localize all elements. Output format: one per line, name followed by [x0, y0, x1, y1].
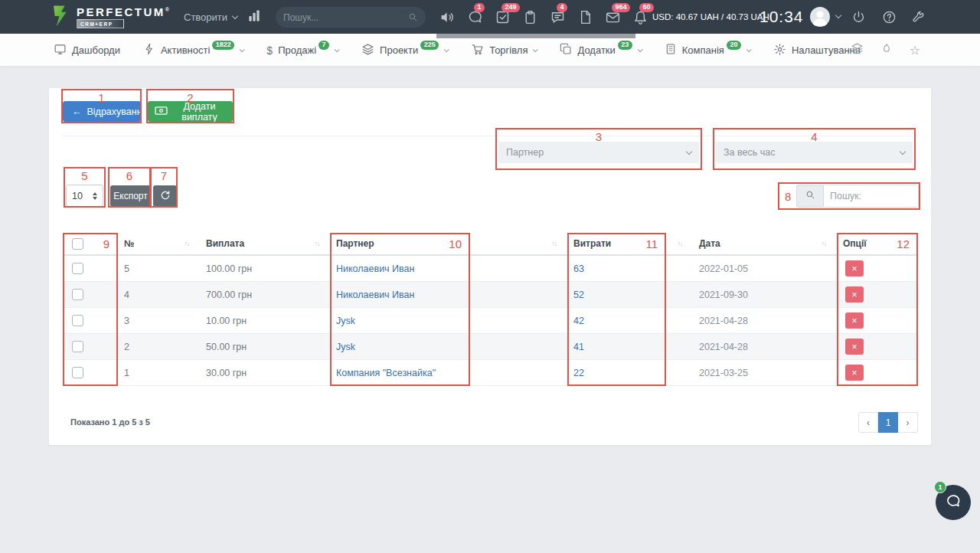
page-1-button[interactable]: 1 — [878, 412, 898, 433]
mail-icon[interactable]: 964 — [605, 9, 621, 25]
bell-icon[interactable]: 60 — [632, 9, 648, 25]
cell-payment: 100.00 грн — [200, 256, 330, 281]
power-icon[interactable] — [851, 10, 866, 25]
main-navbar: Дашборди Активності 1822 $ Продажі 7 Про… — [0, 34, 980, 67]
delete-button[interactable]: × — [845, 339, 864, 355]
expenses-link[interactable]: 41 — [573, 342, 584, 352]
nav-item-projects[interactable]: Проекти 225 — [361, 43, 448, 58]
cell-num: 2 — [118, 334, 200, 359]
partner-filter-select[interactable]: Партнер — [498, 142, 699, 163]
avatar[interactable] — [810, 7, 830, 27]
delete-button[interactable]: × — [845, 260, 864, 276]
section-divider — [63, 136, 917, 136]
fire-icon[interactable] — [880, 42, 893, 58]
cell-date: 2021-04-28 — [693, 334, 837, 359]
cell-num: 4 — [118, 282, 200, 307]
row-checkbox[interactable] — [72, 341, 83, 352]
table-search — [796, 185, 919, 208]
col-header-payment[interactable]: Виплата — [206, 238, 244, 249]
expenses-link[interactable]: 22 — [573, 368, 584, 378]
create-menu[interactable]: Створити — [184, 0, 237, 34]
row-checkbox[interactable] — [72, 289, 83, 300]
col-header-date[interactable]: Дата — [699, 238, 720, 249]
wrench-icon[interactable] — [911, 10, 926, 25]
row-checkbox[interactable] — [72, 315, 83, 326]
partner-link[interactable]: Николаевич Иван — [336, 263, 414, 274]
col-header-expenses[interactable]: Витрати — [573, 238, 611, 249]
close-icon: × — [851, 368, 857, 378]
nav-label: Компанія — [682, 44, 724, 56]
partner-link[interactable]: Jysk — [336, 342, 355, 352]
nav-item-addons[interactable]: Додатки 23 — [560, 43, 641, 57]
bar-chart-icon[interactable] — [247, 8, 262, 24]
chevron-down-icon — [900, 148, 906, 154]
nav-item-settings[interactable]: Налаштування — [773, 43, 861, 58]
sort-icon[interactable] — [315, 240, 320, 247]
prev-page-button[interactable]: ‹ — [858, 412, 878, 433]
add-payout-button[interactable]: Додати виплату — [148, 101, 233, 122]
close-icon: × — [851, 342, 857, 352]
tasks-icon[interactable]: 249 — [495, 9, 511, 25]
partner-link[interactable]: Компания "Всезнайка" — [336, 368, 436, 378]
deductions-back-button[interactable]: ← Відрахування — [63, 101, 141, 122]
chevron-down-icon — [746, 47, 752, 52]
sort-icon[interactable] — [678, 240, 683, 247]
perfectum-logo-icon — [52, 5, 71, 28]
nav-badge: 225 — [420, 41, 439, 50]
table-search-input[interactable] — [823, 185, 919, 208]
file-icon[interactable] — [577, 9, 593, 25]
refresh-button[interactable] — [153, 185, 177, 207]
delete-button[interactable]: × — [845, 312, 864, 329]
avatar-chevron-icon[interactable] — [835, 12, 841, 18]
delete-button[interactable]: × — [845, 365, 864, 381]
delete-button[interactable]: × — [845, 286, 864, 303]
expenses-link[interactable]: 63 — [573, 263, 584, 274]
expenses-link[interactable]: 52 — [573, 290, 584, 300]
period-filter-select[interactable]: За весь час — [716, 142, 913, 163]
next-page-button[interactable]: › — [898, 412, 918, 433]
chat-icon[interactable]: 1 — [467, 9, 483, 25]
table-summary: Показано 1 до 5 з 5 — [70, 417, 150, 427]
star-icon[interactable]: ☆ — [910, 44, 920, 57]
cell-date: 2021-09-30 — [693, 282, 837, 307]
table-row: 3 10.00 грн Jysk 42 2021-04-28 × — [63, 308, 917, 334]
table-search-button[interactable] — [796, 185, 823, 208]
close-icon: × — [851, 316, 857, 326]
row-checkbox[interactable] — [72, 263, 83, 274]
nav-label: Продажі — [278, 44, 316, 56]
nav-item-trade[interactable]: Торгівля — [471, 43, 537, 58]
col-header-num[interactable]: № — [124, 238, 134, 249]
sort-icon[interactable] — [185, 240, 190, 247]
volume-icon[interactable] — [439, 9, 456, 25]
global-search-input[interactable] — [283, 12, 408, 23]
comment-icon[interactable]: 4 — [550, 9, 566, 25]
select-all-checkbox[interactable] — [72, 238, 83, 250]
app-logo[interactable]: PERFECTUM® CRM+ERP — [52, 4, 169, 28]
global-search[interactable] — [276, 7, 426, 28]
col-header-partner[interactable]: Партнер — [336, 238, 374, 249]
sort-icon[interactable] — [822, 240, 827, 247]
nav-item-company[interactable]: Компанія 20 — [665, 43, 750, 57]
chevron-down-icon — [232, 12, 238, 18]
chevron-down-icon — [686, 148, 692, 154]
help-icon[interactable] — [882, 10, 897, 25]
close-icon: × — [851, 290, 857, 299]
search-icon[interactable] — [408, 12, 418, 22]
speech-bubble-icon — [945, 492, 962, 512]
layers-icon — [361, 43, 374, 58]
stack-icon[interactable] — [851, 42, 864, 58]
nav-label: Торгівля — [489, 44, 528, 56]
export-button[interactable]: Експорт — [110, 185, 151, 207]
nav-item-sales[interactable]: $ Продажі 7 — [266, 44, 338, 56]
partner-link[interactable]: Николаевич Иван — [336, 290, 414, 300]
expenses-link[interactable]: 42 — [573, 316, 584, 326]
sort-icon[interactable] — [552, 240, 557, 247]
page-size-select[interactable]: 10 — [66, 185, 103, 207]
table-row: 5 100.00 грн Николаевич Иван 63 2022-01-… — [63, 256, 917, 282]
clipboard-icon[interactable] — [522, 9, 538, 25]
nav-item-dashboards[interactable]: Дашборди — [54, 43, 120, 58]
cell-payment: 50.00 грн — [200, 334, 330, 359]
nav-item-activities[interactable]: Активності 1822 — [143, 43, 243, 57]
row-checkbox[interactable] — [72, 367, 83, 378]
partner-link[interactable]: Jysk — [336, 316, 355, 326]
